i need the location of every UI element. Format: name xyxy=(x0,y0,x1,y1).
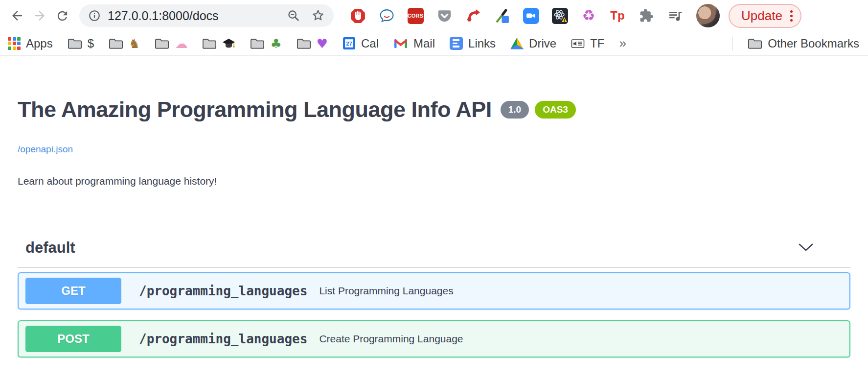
bookmark-links[interactable]: Links xyxy=(450,37,496,50)
zoom-out-page-icon[interactable] xyxy=(287,9,300,23)
pocket-extension-icon[interactable] xyxy=(436,7,453,24)
apps-grid-icon xyxy=(8,37,21,50)
folder-icon xyxy=(748,37,762,50)
share-arrow-extension-icon[interactable] xyxy=(465,7,481,24)
chevron-down-icon[interactable] xyxy=(799,243,813,252)
media-playlist-button[interactable] xyxy=(667,7,684,24)
links-list-icon xyxy=(450,37,463,50)
openapi-spec-link[interactable]: /openapi.json xyxy=(18,144,73,155)
oas3-badge: OAS3 xyxy=(535,101,576,119)
bookmark-label: Links xyxy=(468,37,496,50)
profile-avatar[interactable] xyxy=(696,4,720,27)
folder-icon xyxy=(155,37,169,50)
swagger-page: The Amazing Programming Language Info AP… xyxy=(0,97,868,358)
bookmark-folder-brain[interactable]: ☁ xyxy=(155,37,187,50)
folder-icon xyxy=(68,37,82,50)
bookmark-label: Drive xyxy=(529,37,556,50)
browser-menu-dots-icon[interactable] xyxy=(790,10,793,22)
version-badge: 1.0 xyxy=(501,101,529,119)
site-info-icon[interactable] xyxy=(88,9,101,22)
bookmark-star-icon[interactable] xyxy=(311,9,325,23)
double-chevron-icon: » xyxy=(619,36,626,51)
extensions-menu-button[interactable] xyxy=(638,7,655,24)
bookmark-tf[interactable]: TF xyxy=(571,37,604,50)
endpoint-post-programming-languages[interactable]: POST /programming_languages Create Progr… xyxy=(18,320,850,358)
bookmarks-divider xyxy=(732,37,733,50)
zoom-extension-icon[interactable] xyxy=(523,7,539,24)
endpoint-get-programming-languages[interactable]: GET /programming_languages List Programm… xyxy=(18,272,850,310)
back-arrow-icon xyxy=(10,8,24,23)
tag-section-default[interactable]: default xyxy=(18,234,850,268)
adblock-extension-icon[interactable] xyxy=(349,7,366,24)
brain-emoji-icon: ☁ xyxy=(175,37,187,50)
google-calendar-icon: 27 xyxy=(343,37,356,50)
google-drive-icon xyxy=(510,38,524,49)
bookmark-folder-dollar[interactable]: $ xyxy=(68,37,94,50)
herb-emoji-icon: ♣ xyxy=(270,37,281,50)
endpoint-path: /programming_languages xyxy=(139,332,307,346)
news-card-icon xyxy=(571,38,585,49)
bookmark-label: TF xyxy=(590,37,604,50)
chrome-update-button[interactable]: Update xyxy=(729,4,801,28)
bookmark-drive[interactable]: Drive xyxy=(510,37,556,50)
colorpicker-extension-icon[interactable] xyxy=(494,7,510,24)
api-badges: 1.0 OAS3 xyxy=(501,101,576,119)
bookmark-folder-herb[interactable]: ♣ xyxy=(250,37,281,50)
other-bookmarks-button[interactable]: Other Bookmarks xyxy=(748,37,859,50)
stop-hand-icon xyxy=(350,8,366,24)
bookmark-label: Cal xyxy=(361,37,379,50)
bookmark-calendar[interactable]: 27 Cal xyxy=(343,37,379,50)
api-title: The Amazing Programming Language Info AP… xyxy=(18,97,492,122)
bookmark-folder-purple-heart[interactable]: ♥ xyxy=(297,37,328,50)
folder-icon xyxy=(297,37,311,50)
bookmark-gmail[interactable]: Mail xyxy=(393,37,435,50)
recycle-extension-icon[interactable]: ♻ xyxy=(580,7,597,24)
bookmark-apps[interactable]: Apps xyxy=(8,37,53,50)
back-button[interactable] xyxy=(6,4,28,27)
folder-icon xyxy=(202,37,217,50)
calendar-day-number: 27 xyxy=(346,41,352,47)
method-badge-post: POST xyxy=(25,326,121,352)
bookmarks-bar: Apps $ ♞ ☁ ♣ xyxy=(0,31,868,56)
api-description: Learn about programming language history… xyxy=(18,175,850,187)
cors-icon-label: CORS xyxy=(408,8,424,24)
forward-button[interactable] xyxy=(28,4,51,27)
browser-toolbar: 127.0.0.1:8000/docs xyxy=(0,0,868,31)
reload-button[interactable] xyxy=(51,4,73,27)
pocket-shield-icon xyxy=(436,8,453,24)
bookmark-label: $ xyxy=(88,37,94,50)
playlist-music-icon xyxy=(667,8,683,24)
endpoint-summary: Create Programming Language xyxy=(319,333,463,345)
bookmark-label: Apps xyxy=(26,37,53,50)
endpoint-summary: List Programming Languages xyxy=(319,285,453,297)
graduation-cap-emoji-icon xyxy=(222,38,235,49)
reload-icon xyxy=(55,9,69,23)
url-text[interactable]: 127.0.0.1:8000/docs xyxy=(108,9,287,23)
red-dot-arrow-icon xyxy=(465,8,481,24)
bookmarks-overflow-button[interactable]: » xyxy=(619,36,626,51)
gmail-icon xyxy=(393,38,408,49)
puzzle-piece-icon xyxy=(639,8,654,23)
react-devtools-extension-icon[interactable] xyxy=(551,7,568,24)
api-header: The Amazing Programming Language Info AP… xyxy=(18,97,850,122)
folder-icon xyxy=(109,37,123,50)
url-bar[interactable]: 127.0.0.1:8000/docs xyxy=(79,4,334,27)
recycle-icon: ♻ xyxy=(582,8,595,23)
cors-extension-icon[interactable]: CORS xyxy=(407,7,424,24)
operations-list: GET /programming_languages List Programm… xyxy=(18,272,850,358)
chat-bubble-extension-icon[interactable] xyxy=(378,7,395,24)
method-badge-get: GET xyxy=(25,278,121,304)
speech-bubble-icon xyxy=(379,8,395,24)
eyedropper-icon xyxy=(494,8,510,24)
bookmark-folder-carousel-horse[interactable]: ♞ xyxy=(109,37,140,50)
bookmark-folder-graduation[interactable] xyxy=(202,37,235,50)
tag-name: default xyxy=(25,239,75,257)
extensions-row: CORS xyxy=(349,7,684,24)
bookmark-label: Other Bookmarks xyxy=(768,37,859,50)
tp-icon-label: Tp xyxy=(610,10,624,22)
bookmark-label: Mail xyxy=(413,37,435,50)
carousel-horse-emoji-icon: ♞ xyxy=(129,37,140,50)
atom-warning-icon xyxy=(552,8,568,24)
tp-extension-icon[interactable]: Tp xyxy=(609,7,626,24)
folder-icon xyxy=(250,37,265,50)
